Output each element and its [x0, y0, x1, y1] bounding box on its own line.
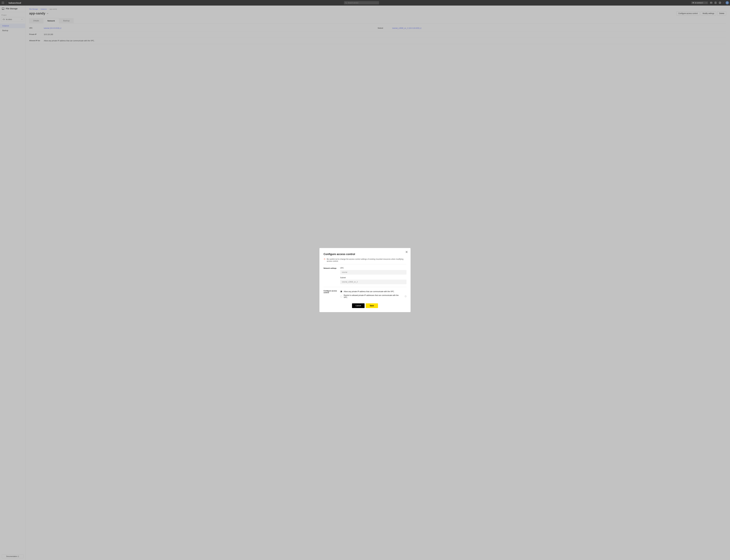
- subnet-field: [340, 280, 406, 284]
- close-icon: [405, 251, 408, 253]
- vpc-field-label: VPC: [340, 267, 406, 269]
- modal-title: Configure access control: [324, 253, 406, 256]
- radio-icon: [340, 295, 342, 297]
- warning-text: Be careful not to change the access cont…: [327, 258, 406, 262]
- radio-allow-label: Allow any private IP address that can co…: [344, 291, 394, 293]
- info-icon[interactable]: ?: [405, 295, 406, 297]
- subnet-field-label: Subnet: [340, 277, 406, 279]
- close-button[interactable]: [405, 251, 408, 253]
- warning-message: ! Be careful not to change the access co…: [324, 258, 406, 262]
- modal-overlay[interactable]: Configure access control ! Be careful no…: [0, 0, 730, 560]
- vpc-field: [340, 270, 406, 275]
- radio-allow-any[interactable]: Allow any private IP address that can co…: [340, 290, 406, 293]
- access-control-label: Configure access control: [324, 290, 340, 299]
- network-settings-label: Network settings: [324, 267, 340, 284]
- radio-icon: [340, 291, 342, 293]
- save-button[interactable]: Save: [366, 303, 378, 308]
- radio-restrict-label: Restrict to allowed private IP addresses…: [344, 294, 403, 298]
- warning-icon: !: [324, 258, 326, 260]
- radio-restrict[interactable]: Restrict to allowed private IP addresses…: [340, 293, 406, 299]
- cancel-button[interactable]: Cancel: [352, 303, 364, 308]
- configure-access-modal: Configure access control ! Be careful no…: [319, 248, 411, 312]
